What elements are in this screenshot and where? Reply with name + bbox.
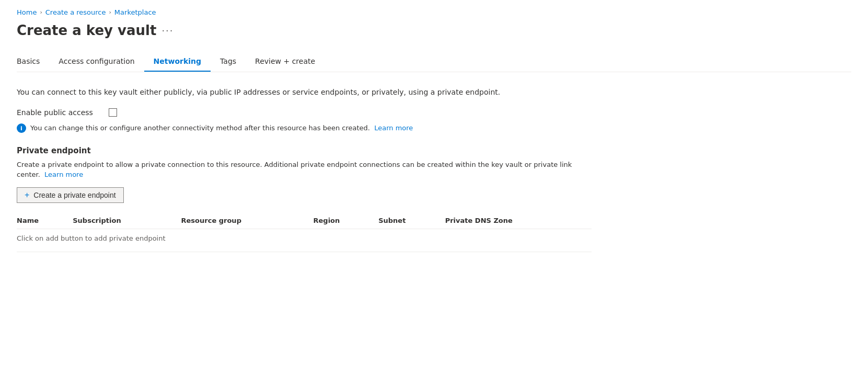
- enable-public-access-label: Enable public access: [17, 108, 100, 117]
- breadcrumb-create-resource[interactable]: Create a resource: [45, 8, 106, 16]
- chevron-icon-1: ›: [40, 9, 42, 16]
- tab-access-configuration[interactable]: Access configuration: [49, 53, 144, 72]
- private-endpoint-heading: Private endpoint: [17, 146, 592, 155]
- table-empty-row: Click on add button to add private endpo…: [17, 229, 592, 247]
- breadcrumb-marketplace[interactable]: Marketplace: [114, 8, 156, 16]
- col-name: Name: [17, 212, 73, 229]
- private-endpoint-description: Create a private endpoint to allow a pri…: [17, 160, 592, 180]
- breadcrumb-home[interactable]: Home: [17, 8, 37, 16]
- enable-public-access-row: Enable public access: [17, 108, 592, 117]
- tab-review-create[interactable]: Review + create: [246, 53, 325, 72]
- col-private-dns-zone: Private DNS Zone: [445, 212, 592, 229]
- info-icon: i: [17, 123, 26, 133]
- networking-content: You can connect to this key vault either…: [17, 87, 592, 252]
- private-endpoint-section: Private endpoint Create a private endpoi…: [17, 146, 592, 252]
- info-note: i You can change this or configure anoth…: [17, 123, 592, 133]
- tab-tags[interactable]: Tags: [211, 53, 246, 72]
- col-region: Region: [314, 212, 379, 229]
- learn-more-link-private-endpoint[interactable]: Learn more: [44, 171, 83, 178]
- create-private-endpoint-button[interactable]: + Create a private endpoint: [17, 187, 124, 203]
- tab-networking[interactable]: Networking: [144, 53, 211, 72]
- table-empty-message: Click on add button to add private endpo…: [17, 229, 592, 247]
- create-private-endpoint-label: Create a private endpoint: [33, 191, 115, 199]
- table-footer-divider: [17, 252, 592, 252]
- private-endpoint-table: Name Subscription Resource group Region …: [17, 212, 592, 247]
- col-resource-group: Resource group: [181, 212, 314, 229]
- chevron-icon-2: ›: [109, 9, 111, 16]
- plus-icon: +: [25, 191, 29, 199]
- col-subscription: Subscription: [73, 212, 181, 229]
- info-note-text: You can change this or configure another…: [30, 123, 413, 133]
- page-title: Create a key vault: [17, 22, 156, 38]
- col-subnet: Subnet: [378, 212, 445, 229]
- page-options-menu[interactable]: ···: [161, 25, 173, 36]
- breadcrumb: Home › Create a resource › Marketplace: [17, 8, 851, 16]
- tab-bar: Basics Access configuration Networking T…: [17, 53, 851, 72]
- page-title-row: Create a key vault ···: [17, 22, 851, 38]
- learn-more-link-connectivity[interactable]: Learn more: [374, 124, 413, 132]
- networking-description: You can connect to this key vault either…: [17, 87, 592, 98]
- tab-basics[interactable]: Basics: [17, 53, 49, 72]
- enable-public-access-checkbox[interactable]: [109, 108, 117, 117]
